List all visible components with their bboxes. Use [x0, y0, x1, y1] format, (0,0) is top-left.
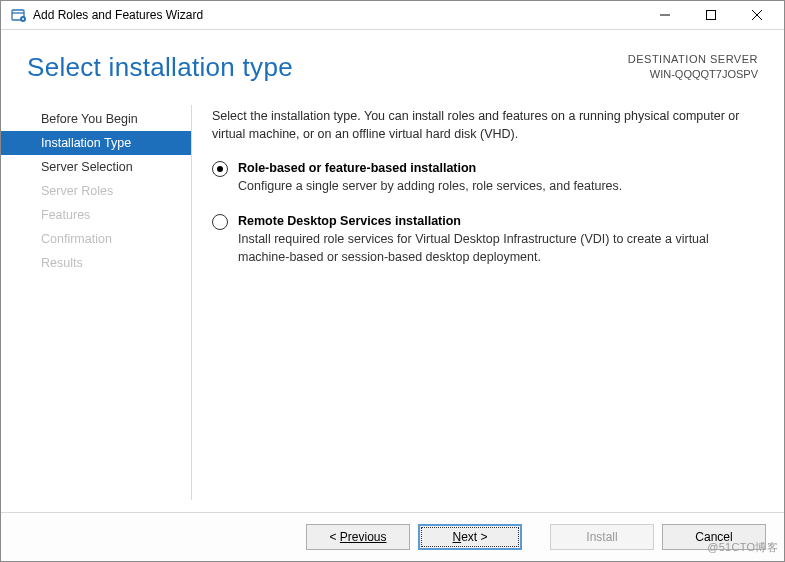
- destination-value: WIN-QQQQT7JOSPV: [628, 67, 758, 82]
- intro-text: Select the installation type. You can in…: [212, 107, 762, 143]
- option-role-based[interactable]: Role-based or feature-based installation…: [212, 159, 762, 195]
- next-button[interactable]: Next >: [418, 524, 522, 550]
- sidebar-item-results: Results: [1, 251, 191, 275]
- header: Select installation type DESTINATION SER…: [1, 30, 784, 93]
- wizard-icon: [11, 7, 27, 23]
- radio-unselected-icon[interactable]: [212, 214, 228, 230]
- page-title: Select installation type: [27, 52, 293, 83]
- option-desc: Install required role services for Virtu…: [238, 230, 762, 266]
- option-title: Remote Desktop Services installation: [238, 212, 762, 230]
- previous-button[interactable]: < Previous: [306, 524, 410, 550]
- sidebar-item-before-you-begin[interactable]: Before You Begin: [1, 107, 191, 131]
- option-remote-desktop[interactable]: Remote Desktop Services installation Ins…: [212, 212, 762, 266]
- option-desc: Configure a single server by adding role…: [238, 177, 622, 195]
- watermark: @51CTO博客: [707, 540, 778, 555]
- sidebar-item-server-roles: Server Roles: [1, 179, 191, 203]
- sidebar: Before You Begin Installation Type Serve…: [1, 93, 191, 512]
- radio-selected-icon[interactable]: [212, 161, 228, 177]
- body: Before You Begin Installation Type Serve…: [1, 93, 784, 512]
- main-panel: Select the installation type. You can in…: [192, 93, 784, 512]
- titlebar: Add Roles and Features Wizard: [1, 1, 784, 30]
- sidebar-item-server-selection[interactable]: Server Selection: [1, 155, 191, 179]
- maximize-button[interactable]: [688, 1, 734, 29]
- window-title: Add Roles and Features Wizard: [33, 8, 642, 22]
- footer: < Previous Next > Install Cancel: [1, 512, 784, 561]
- sidebar-item-installation-type[interactable]: Installation Type: [1, 131, 191, 155]
- destination-server-block: DESTINATION SERVER WIN-QQQQT7JOSPV: [628, 52, 758, 82]
- sidebar-item-features: Features: [1, 203, 191, 227]
- svg-rect-2: [707, 11, 716, 20]
- option-title: Role-based or feature-based installation: [238, 159, 622, 177]
- close-button[interactable]: [734, 1, 780, 29]
- wizard-window: Add Roles and Features Wizard Select ins…: [0, 0, 785, 562]
- install-button: Install: [550, 524, 654, 550]
- destination-label: DESTINATION SERVER: [628, 52, 758, 67]
- sidebar-item-confirmation: Confirmation: [1, 227, 191, 251]
- minimize-button[interactable]: [642, 1, 688, 29]
